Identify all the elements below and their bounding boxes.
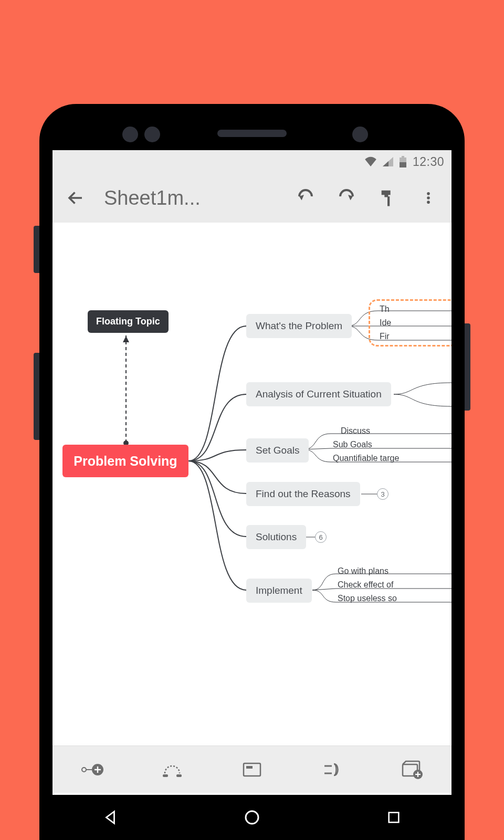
screen: 12:30 Sheet1m... <box>52 150 452 840</box>
subtopic-label[interactable]: Sub Goals <box>333 440 372 449</box>
central-topic-node[interactable]: Problem Solving <box>62 445 188 477</box>
svg-point-4 <box>427 192 430 195</box>
subtopic-label[interactable]: Discuss <box>341 426 370 436</box>
format-button[interactable] <box>375 185 400 211</box>
system-home-button[interactable] <box>236 802 268 833</box>
branch-node-reasons[interactable]: Find out the Reasons <box>246 482 360 506</box>
branch-node-solutions[interactable]: Solutions <box>246 525 306 549</box>
subtopic-label[interactable]: Quantifiable targe <box>333 454 399 463</box>
subtopic-label[interactable]: Stop useless so <box>338 594 397 603</box>
add-subtopic-button[interactable] <box>76 753 109 786</box>
mindmap-canvas[interactable]: Floating Topic Problem Solving What's th… <box>52 223 452 793</box>
app-bar: Sheet1m... <box>52 173 452 223</box>
battery-icon <box>400 156 406 167</box>
branch-node-analysis[interactable]: Analysis of Current Situation <box>246 382 391 406</box>
branch-node-problem[interactable]: What's the Problem <box>246 314 352 338</box>
system-nav-bar <box>39 795 465 840</box>
collapsed-count-badge[interactable]: 6 <box>315 531 327 543</box>
subtopic-label[interactable]: Go with plans <box>338 566 388 576</box>
svg-rect-2 <box>400 162 406 167</box>
svg-rect-27 <box>389 813 399 823</box>
summary-button[interactable] <box>315 753 349 786</box>
phone-camera-dot <box>144 127 160 142</box>
svg-point-11 <box>82 768 86 772</box>
system-recents-button[interactable] <box>378 802 410 833</box>
redo-button[interactable] <box>334 185 359 211</box>
system-back-button[interactable] <box>94 802 126 833</box>
svg-rect-17 <box>176 774 182 777</box>
phone-camera-dot <box>352 127 368 142</box>
relationship-button[interactable] <box>155 753 189 786</box>
phone-frame: 12:30 Sheet1m... <box>39 104 465 840</box>
svg-point-6 <box>427 201 430 204</box>
svg-rect-3 <box>387 196 390 206</box>
subtopic-label[interactable]: Th <box>380 304 390 314</box>
back-button[interactable] <box>63 185 88 211</box>
status-bar: 12:30 <box>52 150 452 173</box>
svg-point-26 <box>246 811 258 824</box>
phone-speaker <box>217 130 287 137</box>
svg-rect-0 <box>402 156 404 158</box>
status-time: 12:30 <box>413 155 444 169</box>
floating-topic-node[interactable]: Floating Topic <box>88 310 169 333</box>
svg-rect-18 <box>244 763 260 776</box>
cellular-icon <box>383 157 393 166</box>
subtopic-label[interactable]: Fir <box>380 332 390 341</box>
collapsed-count-badge[interactable]: 3 <box>377 488 388 500</box>
note-button[interactable] <box>235 753 269 786</box>
branch-node-implement[interactable]: Implement <box>246 579 312 603</box>
sheet-title[interactable]: Sheet1m... <box>104 187 277 209</box>
svg-point-5 <box>427 196 430 200</box>
svg-rect-16 <box>163 774 168 777</box>
phone-camera-dot <box>122 127 138 142</box>
undo-button[interactable] <box>293 185 318 211</box>
svg-rect-19 <box>246 766 253 769</box>
wifi-icon <box>365 157 376 166</box>
add-sheet-button[interactable] <box>395 753 428 786</box>
branch-node-goals[interactable]: Set Goals <box>246 438 309 463</box>
subtopic-label[interactable]: Check effect of <box>338 580 393 590</box>
more-button[interactable] <box>416 185 441 211</box>
bottom-toolbar <box>52 746 452 793</box>
subtopic-label[interactable]: Ide <box>380 318 391 328</box>
